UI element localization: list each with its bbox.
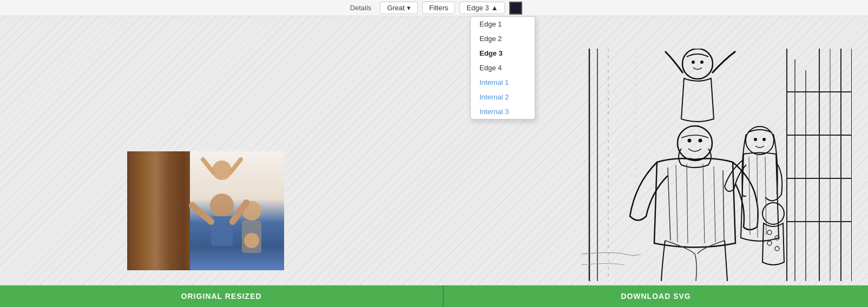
- family-photo: [127, 151, 284, 270]
- svg-point-24: [692, 61, 695, 64]
- dropdown-item-internal2[interactable]: Internal 2: [471, 90, 535, 104]
- svg-point-30: [754, 138, 757, 141]
- main-content: [0, 16, 868, 285]
- bottom-bars: ORIGINAL RESIZED DOWNLOAD SVG: [0, 285, 868, 307]
- filters-button[interactable]: Filters: [422, 2, 455, 14]
- photo-overlay-svg: [127, 151, 284, 270]
- svg-line-8: [203, 159, 214, 173]
- svg-point-33: [767, 230, 772, 235]
- original-image: [127, 151, 284, 270]
- dropdown-item-internal1[interactable]: Internal 1: [471, 75, 535, 90]
- edge-dropdown-menu: Edge 1 Edge 2 Edge 3 Edge 4 Internal 1 I…: [470, 16, 535, 119]
- svg-point-29: [746, 126, 774, 155]
- left-panel: [0, 16, 444, 285]
- dropdown-item-edge4[interactable]: Edge 4: [471, 61, 535, 75]
- svg-point-28: [699, 139, 702, 143]
- svg-point-35: [767, 241, 772, 245]
- svg-point-31: [762, 138, 766, 141]
- download-svg-label: DOWNLOAD SVG: [621, 292, 691, 301]
- svg-point-27: [688, 139, 692, 143]
- original-resized-label: ORIGINAL RESIZED: [181, 292, 262, 301]
- edge-chevron-icon: ▲: [491, 4, 498, 12]
- svg-rect-2: [211, 216, 233, 246]
- color-swatch[interactable]: [509, 2, 522, 15]
- svg-line-9: [230, 159, 241, 173]
- dropdown-item-edge1[interactable]: Edge 1: [471, 17, 535, 31]
- svg-point-26: [678, 126, 712, 161]
- dropdown-item-edge2[interactable]: Edge 2: [471, 31, 535, 46]
- dropdown-item-edge3[interactable]: Edge 3: [471, 46, 535, 61]
- toolbar: Details Great ▾ Filters Edge 3 ▲: [0, 0, 868, 16]
- great-dropdown-button[interactable]: Great ▾: [380, 2, 418, 14]
- svg-sketch-output: [581, 49, 852, 281]
- details-button[interactable]: Details: [346, 2, 376, 14]
- svg-point-36: [775, 246, 779, 251]
- svg-point-1: [210, 193, 234, 217]
- svg-line-6: [192, 205, 211, 222]
- download-svg-button[interactable]: DOWNLOAD SVG: [444, 285, 868, 307]
- edge-dropdown-button[interactable]: Edge 3 ▲: [459, 2, 505, 14]
- dropdown-item-internal3[interactable]: Internal 3: [471, 104, 535, 119]
- original-resized-button[interactable]: ORIGINAL RESIZED: [0, 285, 444, 307]
- svg-point-23: [682, 49, 713, 79]
- great-label: Great: [387, 4, 405, 12]
- great-chevron-icon: ▾: [407, 4, 411, 12]
- svg-point-0: [212, 161, 232, 180]
- svg-point-5: [244, 233, 259, 248]
- edge-selected-label: Edge 3: [466, 4, 489, 12]
- svg-point-25: [700, 61, 703, 64]
